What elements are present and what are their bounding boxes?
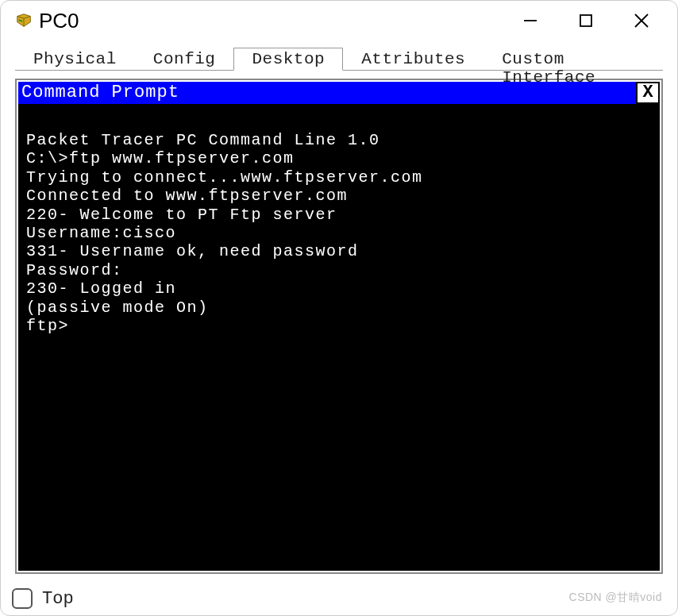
- maximize-button[interactable]: [558, 2, 614, 40]
- tab-physical[interactable]: Physical: [15, 48, 135, 71]
- tab-bar: Physical Config Desktop Attributes Custo…: [15, 47, 663, 71]
- tab-config[interactable]: Config: [135, 48, 234, 71]
- terminal-output[interactable]: Packet Tracer PC Command Line 1.0 C:\>ft…: [18, 104, 660, 571]
- tab-attributes[interactable]: Attributes: [343, 48, 483, 71]
- close-button[interactable]: [614, 2, 669, 40]
- watermark: CSDN @甘晴void: [569, 591, 662, 605]
- command-prompt-frame: Command Prompt X Packet Tracer PC Comman…: [15, 79, 663, 574]
- tab-desktop[interactable]: Desktop: [233, 48, 343, 71]
- window-controls: [503, 2, 669, 40]
- window-title: PC0: [39, 9, 79, 33]
- content-area: Physical Config Desktop Attributes Custo…: [1, 40, 677, 582]
- command-prompt-close-button[interactable]: X: [636, 82, 660, 104]
- titlebar: PC0: [1, 1, 677, 40]
- app-window: PC0 Physical Config Desktop Attributes C…: [0, 0, 678, 616]
- tab-custom-interface[interactable]: Custom Interface: [483, 48, 663, 71]
- svg-rect-1: [580, 15, 591, 26]
- minimize-button[interactable]: [503, 2, 558, 40]
- top-checkbox[interactable]: [12, 588, 33, 609]
- top-checkbox-label: Top: [42, 589, 74, 609]
- app-icon: [15, 12, 33, 29]
